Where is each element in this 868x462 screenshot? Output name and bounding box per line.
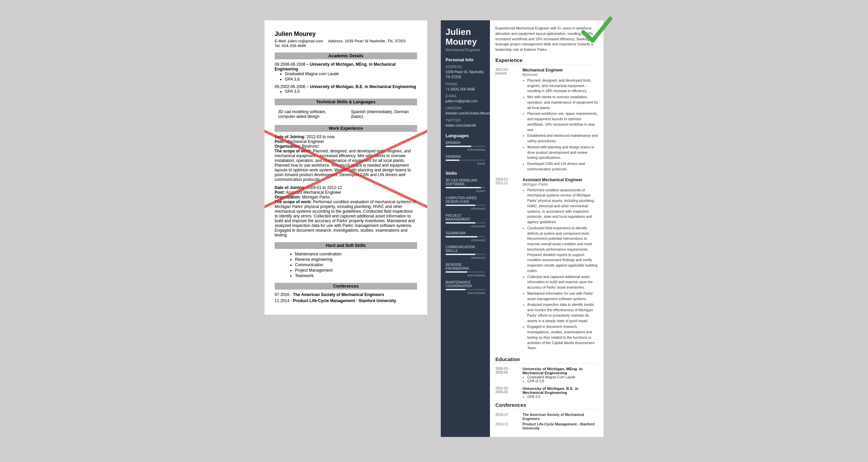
right-phone: +1 (654) 258-4696 [446, 87, 485, 92]
left-work1-post: Mechanical Engineer [286, 139, 324, 144]
left-resume: Julien Mourey E-Mail: julien.m@gmail.com… [264, 20, 427, 315]
left-conf1-name: The American Society of Mechanical Engin… [293, 292, 384, 297]
left-tel: 654-258-4689 [282, 44, 306, 48]
left-work-header: Work Experience [275, 125, 417, 132]
right-phone-label: Phone [446, 82, 485, 86]
left-work1-post-label: Post: [275, 139, 285, 144]
left-work2-org-label: Organization: [275, 195, 301, 200]
left-conf1-date: 07.2016 [275, 292, 289, 297]
right-exp2-org: Michigan Parks [522, 182, 598, 186]
list-item: Communication [295, 262, 417, 267]
list-item: GPA 3,6 [285, 77, 417, 82]
left-hardsoft-header: Hard and Soft Skills [275, 242, 417, 249]
right-name-block: Julien Mourey Mechanical Engineer [446, 27, 485, 52]
list-item: Analyzed inspection data to identify tre… [527, 302, 598, 323]
right-personal-header: Personal Info [446, 57, 485, 62]
left-work1-org-label: Organization: [275, 144, 301, 149]
right-main: Experienced Mechanical Engineer with 5+ … [490, 20, 604, 437]
right-twitter: twitter.com/JulienM [446, 123, 485, 128]
list-item: Conducted field inspections to identify … [527, 226, 598, 274]
left-edu-2: 09.2002-06.2006 – University of Michigan… [275, 84, 417, 94]
left-name: Julien Mourey [275, 30, 417, 38]
left-email: julien.m@gmail.com [288, 39, 323, 43]
left-tel-line: Tel: 654-258-4689 [275, 44, 417, 48]
list-item: Performed condition assessments of mecha… [527, 188, 598, 225]
skill-cad: COMPUTER-AIDED DESIGN (CAD) Advanced [446, 196, 485, 210]
left-work-2: Date of Joining: 2009-01 to 2012-12 Post… [275, 185, 417, 237]
skill-teamwork: TEAMWORK Advanced [446, 231, 485, 242]
right-address: 1639 Pearl St, Nashville, TN 37203 [446, 69, 485, 79]
left-work2-date-label: Date of Joining: [275, 185, 305, 190]
right-edu-1: 2006-09 -2008-06 University of Michigan,… [495, 367, 598, 383]
right-linkedin-label: LinkedIn [446, 106, 485, 110]
right-conf1-date: 2016-07 [495, 413, 519, 421]
right-exp2-dates: 2009-01 -2012-12 [495, 177, 519, 352]
skill-3dcad: 3D CAD MODELING SOFTWARE Expert [446, 178, 485, 193]
right-first-name: Julien [446, 27, 485, 37]
left-work1-date: 2012-03 to now [307, 134, 335, 139]
left-edu-1: 09.2006-06.2008 – University of Michigan… [275, 62, 417, 82]
list-item: Maintained information for use with Park… [527, 291, 598, 302]
right-conf2-date: 2014-11 [495, 422, 519, 430]
right-linkedin: linkedin.com/in/Julien.Mourey [446, 111, 485, 116]
left-address: 1639 Pearl St Nashville, TN, 37203 [345, 39, 406, 43]
right-conf-2: 2014-11 Product Life-Cycle Management - … [495, 422, 598, 430]
left-skills-right: Spanish (intermediate), German (basic) [351, 109, 414, 119]
list-item: Planned workforce use, space requirement… [527, 111, 598, 132]
right-exp-2: 2009-01 -2012-12 Assistant Mechanical En… [495, 177, 598, 352]
left-tel-label: Tel: [275, 44, 281, 48]
left-edu2-dates: 09.2002-06.2006 [275, 84, 305, 89]
right-conf-1: 2016-07 The American Society of Mechanic… [495, 413, 598, 421]
list-item: Planned, designed, and developed tools, … [527, 78, 598, 94]
right-exp1-org: Bystronic [522, 72, 598, 77]
right-email: julien.m@gmail.com [446, 99, 485, 104]
left-edu2-degree: University of Michigan, B.E. in Mechanic… [310, 84, 416, 89]
left-work-1: Date of Joining: 2012-03 to now Post: Me… [275, 134, 417, 182]
list-item: GPA of 3.6 [527, 379, 598, 383]
list-item: Worked with planning and design teams to… [527, 145, 598, 161]
right-resume: Julien Mourey Mechanical Engineer Person… [441, 20, 604, 437]
right-skills-header: Skills [446, 171, 485, 176]
left-conf2-name: Product Life-Cycle Management - Stanford… [293, 298, 396, 303]
right-edu1-dates: 2006-09 -2008-06 [495, 367, 519, 383]
list-item: Graduated Magna cum Laude [285, 71, 417, 76]
right-lang-header: Languages [446, 133, 485, 138]
right-exp2-title: Assistant Mechanical Engineer [522, 177, 598, 182]
left-edu1-dates: 09.2006-06.2008 [275, 62, 305, 67]
right-edu-header: Education [495, 356, 598, 363]
left-work2-scope-label: The scope of work: [275, 200, 312, 204]
skill-reverse: REVERSE ENGINEERING Intermediate [446, 263, 485, 277]
left-work1-date-label: Date of Joining: [275, 134, 305, 139]
skill-pm: PROJECT MANAGEMENT Advanced [446, 214, 485, 228]
right-edu2-dates: 2002-09 -2006-06 [495, 386, 519, 399]
right-twitter-label: Twitter [446, 119, 485, 122]
right-title: Mechanical Engineer [446, 48, 485, 52]
right-sidebar: Julien Mourey Mechanical Engineer Person… [441, 20, 490, 437]
skill-maintenance: MAINTENANCE COORDINATION Intermediate [446, 280, 485, 295]
list-item: GPA 3,5 [285, 89, 417, 94]
left-address-label: Address: [328, 39, 343, 43]
left-skills-left: 3D cad modeling software, computer-aided… [278, 109, 341, 119]
right-exp-header: Experience [495, 57, 598, 64]
left-work2-date: 2009-01 to 2012-12 [307, 185, 342, 190]
left-conf-header: Conferences [275, 283, 417, 290]
right-exp1-title: Mechanical Engineer [522, 68, 598, 72]
left-technical-header: Technical Skills & Languages [275, 99, 417, 105]
list-item: Developed CAN and LIN drivers and commun… [527, 161, 598, 172]
list-item: GPA 3.5 [527, 395, 598, 399]
left-skills-cols: 3D cad modeling software, computer-aided… [275, 108, 417, 120]
right-edu2-title: University of Michigan, B.E. in Mechanic… [522, 386, 598, 395]
right-last-name: Mourey [446, 37, 485, 47]
left-conf2-date: 11.2014 [275, 298, 289, 303]
left-work2-org: Michigan Parks [302, 195, 330, 200]
right-exp-1: 2013-02 -present Mechanical Engineer Bys… [495, 68, 598, 173]
list-item: Engaged in document research, investigat… [527, 324, 598, 351]
right-summary: Experienced Mechanical Engineer with 5+ … [495, 26, 598, 52]
list-item: Maintenance coordination [295, 252, 417, 256]
left-work1-scope: Planned, designed, and developed tools, … [275, 149, 411, 182]
left-conf-1: 07.2016 - The American Society of Mechan… [275, 292, 417, 297]
lang-german: GERMAN Basic [446, 155, 485, 165]
right-edu-2: 2002-09 -2006-06 University of Michigan,… [495, 386, 598, 399]
left-email-line: E-Mail: julien.m@gmail.com Address: 1639… [275, 39, 417, 43]
left-email-label: E-Mail: [275, 39, 287, 43]
